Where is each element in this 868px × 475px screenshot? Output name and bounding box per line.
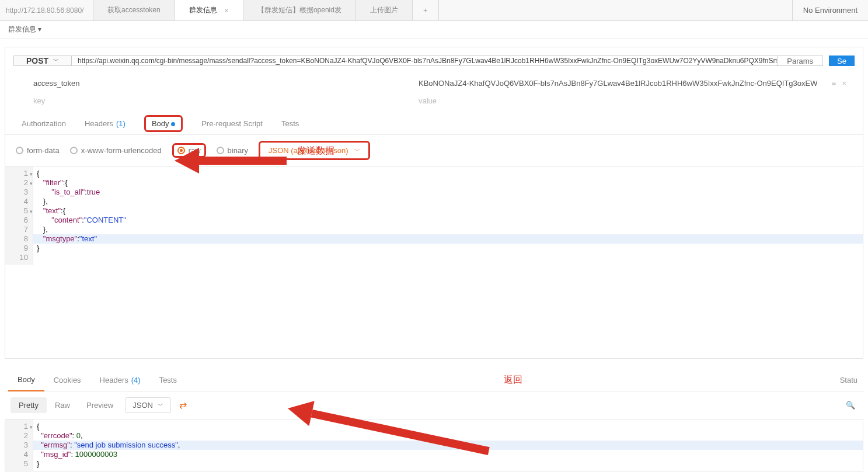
param-value[interactable]: KBoNONaJZ4-KhafQVJoQ6VBX0F-bls7nAsJBn8Fy… xyxy=(419,79,817,88)
tab-accesstoken[interactable]: 获取accesstoken xyxy=(93,0,175,20)
radio-urlencoded[interactable]: x-www-form-urlencoded xyxy=(70,146,162,155)
query-params-grid: access_token KBoNONaJZ4-KhafQVJoQ6VBX0F-… xyxy=(5,74,863,113)
resp-tab-tests[interactable]: Tests xyxy=(150,369,186,391)
resp-tab-headers[interactable]: Headers (4) xyxy=(90,369,150,391)
response-format-selector[interactable]: JSON ﹀ xyxy=(125,397,171,413)
delete-icon[interactable]: × xyxy=(842,79,846,88)
search-icon[interactable]: 🔍 xyxy=(843,398,857,412)
add-tab-button[interactable]: + xyxy=(413,0,439,20)
param-value-placeholder[interactable]: value xyxy=(419,96,817,105)
request-subtabs: Authorization Headers (1) Body Pre-reque… xyxy=(5,113,863,135)
request-body-editor[interactable]: 1 2 3 4 5 6 7 8 9 10 ▾{ ▾ "filter":{ "is… xyxy=(5,166,863,265)
instance-url: http://172.18.80.56:8080/ xyxy=(0,0,93,20)
annotation-send-data: 发送数据 xyxy=(297,145,334,157)
top-tabbar: http://172.18.80.56:8080/ 获取accesstoken … xyxy=(0,0,868,21)
tab-upload-image[interactable]: 上传图片 xyxy=(356,0,413,20)
body-active-dot-icon xyxy=(171,122,175,126)
http-method-selector[interactable]: POST﹀ xyxy=(13,56,72,66)
environment-selector[interactable]: No Environment xyxy=(792,0,868,20)
radio-form-data[interactable]: form-data xyxy=(16,146,60,155)
tab-body[interactable]: Body xyxy=(135,113,192,135)
arrow-icon xyxy=(175,148,199,174)
arrow-icon xyxy=(285,396,314,426)
view-preview[interactable]: Preview xyxy=(78,397,121,413)
request-url-input[interactable]: https://api.weixin.qq.com/cgi-bin/messag… xyxy=(72,56,778,66)
tab-headers[interactable]: Headers (1) xyxy=(75,113,135,135)
wrap-lines-icon[interactable]: ⇄ xyxy=(179,400,187,411)
view-raw[interactable]: Raw xyxy=(47,397,78,413)
tab-tests[interactable]: Tests xyxy=(272,113,308,135)
chevron-down-icon: ﹀ xyxy=(354,147,360,155)
drag-icon[interactable]: ≡ xyxy=(832,79,836,88)
annotation-return: 返回 xyxy=(504,374,522,386)
resp-tab-cookies[interactable]: Cookies xyxy=(44,369,90,391)
breadcrumb[interactable]: 群发信息 ▾ xyxy=(0,21,868,39)
tab-massmsg[interactable]: 群发信息 × xyxy=(175,0,243,20)
resp-tab-body[interactable]: Body xyxy=(8,369,44,391)
tab-authorization[interactable]: Authorization xyxy=(12,113,75,135)
param-key[interactable]: access_token xyxy=(33,79,419,88)
response-panel: Body Cookies Headers (4) Tests 返回 Statu … xyxy=(5,369,863,471)
request-panel: POST﹀ https://api.weixin.qq.com/cgi-bin/… xyxy=(5,47,863,359)
body-type-row: form-data x-www-form-urlencoded raw bina… xyxy=(5,135,863,166)
tab-mass-sms[interactable]: 【群发短信】根据openid发 xyxy=(243,0,356,20)
param-key-placeholder[interactable]: key xyxy=(33,96,419,105)
chevron-down-icon: ﹀ xyxy=(53,57,59,65)
response-status: Statu xyxy=(840,376,860,384)
send-button[interactable]: Se xyxy=(829,56,855,66)
params-button[interactable]: Params xyxy=(778,56,823,66)
chevron-down-icon: ﹀ xyxy=(158,401,163,410)
tab-prerequest[interactable]: Pre-request Script xyxy=(192,113,272,135)
view-pretty[interactable]: Pretty xyxy=(11,397,47,413)
close-icon[interactable]: × xyxy=(224,6,229,15)
